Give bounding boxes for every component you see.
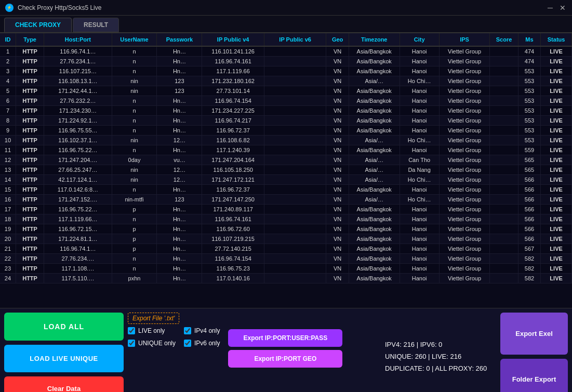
table-cell: 566 [518,185,540,195]
table-cell: 553 [518,136,540,145]
table-row: 23HTTP117.1.108.…nHn…116.96.75.23VNAsia/… [0,264,572,274]
folder-export-button[interactable]: Folder Export [500,359,568,393]
middle-section: Export File '.txt' LIVE only UNIQUE only… [128,313,373,392]
table-cell: 15 [0,185,16,195]
title-bar: ⚡ Check Proxy Http/Socks5 Live ─ ✕ [0,0,572,16]
proxy-table-container[interactable]: ID Type Host:Port UserName Passwork IP P… [0,33,572,308]
table-cell: Asia/Bangkok [349,214,400,224]
table-cell: Asia/Bangkok [349,264,400,274]
table-cell: n [112,185,157,195]
table-cell [490,205,518,214]
table-cell: 171.232.180.162 [202,76,264,86]
table-cell: VN [326,195,349,205]
proxy-table-body: 1HTTP116.96.74.1…nHn…116.101.241.126VNAs… [0,46,572,283]
table-cell [264,264,326,274]
table-cell [264,165,326,175]
table-cell: Hanoi [400,96,439,106]
tab-check-proxy[interactable]: CHECK PROXY [4,18,72,32]
table-cell: Viettel Group [439,195,490,205]
col-header-tz: Timezone [349,33,400,46]
table-cell: 171.247.204.… [44,155,112,165]
clear-data-button[interactable]: Clear Data [4,376,124,392]
ipv4-only-checkbox[interactable] [184,327,191,334]
ipv6-only-checkbox-label[interactable]: IPv6 only [184,340,220,347]
table-cell: Asia/Bangkok [349,205,400,214]
unique-only-checkbox-label[interactable]: UNIQUE only [128,340,176,347]
table-cell: HTTP [16,165,44,175]
table-cell: 116.96.75.55… [44,126,112,136]
table-cell: LIVE [541,66,572,76]
table-cell: HTTP [16,46,44,57]
table-cell: Hn… [157,185,202,195]
table-cell: 116.102.37.1… [44,136,112,145]
table-cell: 171.247.147.250 [202,195,264,205]
load-all-button[interactable]: LOAD ALL [4,313,124,341]
unique-only-label: UNIQUE only [138,340,176,347]
table-cell: LIVE [541,86,572,96]
export-ip-port-user-pass-button[interactable]: Export IP:PORT:USER:PASS [228,329,342,347]
table-cell: VN [326,106,349,116]
table-cell: Hn… [157,274,202,283]
table-cell: HTTP [16,274,44,283]
table-cell [490,106,518,116]
table-cell [264,155,326,165]
minimize-button[interactable]: ─ [546,4,554,12]
table-cell: n [112,116,157,126]
table-cell: VN [326,185,349,195]
live-only-checkbox[interactable] [128,327,135,334]
table-cell: Hn… [157,244,202,254]
table-cell: 24 [0,274,16,283]
table-cell: 171.234.227.225 [202,106,264,116]
table-cell: LIVE [541,155,572,165]
ipv6-only-checkbox[interactable] [184,340,191,347]
table-cell [264,145,326,155]
close-button[interactable]: ✕ [558,4,567,12]
table-cell: Asia/Bangkok [349,66,400,76]
table-cell: Hn… [157,224,202,234]
title-bar-left: ⚡ Check Proxy Http/Socks5 Live [5,4,101,12]
table-cell: LIVE [541,106,572,116]
table-cell: 27.66.25.247… [44,165,112,175]
table-cell: Viettel Group [439,126,490,136]
table-cell: 27.73.101.14 [202,86,264,96]
table-cell: VN [326,66,349,76]
table-cell: HTTP [16,106,44,116]
table-cell: 171.247.152.… [44,195,112,205]
table-cell: Viettel Group [439,86,490,96]
table-cell: Viettel Group [439,155,490,165]
table-cell: 553 [518,116,540,126]
tab-result[interactable]: RESULT [73,18,119,32]
export-excel-button[interactable]: Export Exel [500,313,568,355]
table-cell: VN [326,274,349,283]
export-ip-port-geo-button[interactable]: Export IP:PORT GEO [228,350,342,368]
unique-only-checkbox[interactable] [128,340,135,347]
table-cell [490,264,518,274]
table-cell: Asia/Bangkok [349,96,400,106]
table-cell [490,175,518,185]
stat-duplicate: DUPLICATE: 0 | ALL PROXY: 260 [385,364,488,372]
table-cell [264,126,326,136]
table-row: 15HTTP117.0.142.6:8…nHn…116.96.72.37VNAs… [0,185,572,195]
table-row: 16HTTP171.247.152.…nin-mtfi123171.247.14… [0,195,572,205]
table-cell: Asia/… [349,136,400,145]
table-cell [264,116,326,126]
ipv4-only-checkbox-label[interactable]: IPv4 only [184,327,220,334]
table-cell: 117.5.110.… [44,274,112,283]
live-only-checkbox-label[interactable]: LIVE only [128,327,176,334]
table-cell: LIVE [541,126,572,136]
table-cell: p [112,205,157,214]
table-cell: Viettel Group [439,46,490,57]
table-row: 5HTTP171.242.44.1…nin12327.73.101.14VNAs… [0,86,572,96]
table-cell: vu… [157,155,202,165]
load-live-unique-button[interactable]: LOAD LIVE UNIQUE [4,345,124,373]
table-cell: Hn… [157,57,202,66]
table-cell [490,66,518,76]
table-cell: 18 [0,214,16,224]
table-cell: 116.96.72.15… [44,224,112,234]
table-cell: 116.107.219.215 [202,234,264,244]
table-cell: Hanoi [400,214,439,224]
col-header-ips: IPS [439,33,490,46]
table-cell: Hn… [157,264,202,274]
table-cell: nin [112,76,157,86]
table-cell: 116.101.241.126 [202,46,264,57]
